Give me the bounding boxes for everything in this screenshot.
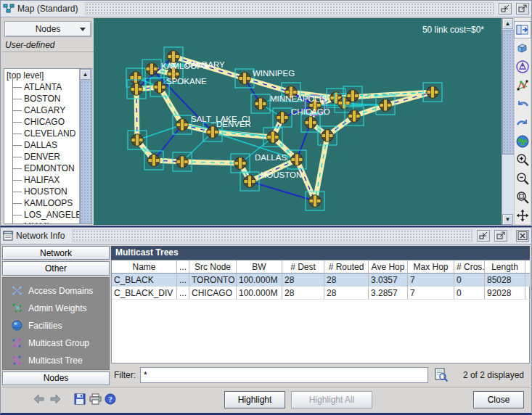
tree-item-chicago[interactable]: CHICAGO bbox=[5, 116, 79, 128]
tree-item-boston[interactable]: BOSTON bbox=[5, 93, 79, 104]
zoom-area-icon[interactable] bbox=[514, 189, 531, 206]
tree-item-houston[interactable]: HOUSTON bbox=[5, 186, 79, 197]
map-node[interactable] bbox=[273, 108, 292, 127]
titlebar-texture bbox=[72, 229, 472, 242]
multicast-trees-table: Name ... Src Node BW # Dest # Routed Ave… bbox=[111, 260, 530, 363]
item-multicast-group[interactable]: Multicast Group bbox=[3, 334, 109, 352]
network-info-icon bbox=[3, 231, 13, 241]
info-window-title: Network Info bbox=[16, 231, 69, 241]
titlebar-texture bbox=[85, 2, 494, 15]
col-bw[interactable]: BW bbox=[237, 260, 282, 274]
scrollbar-thumb[interactable] bbox=[80, 81, 92, 224]
design-icon[interactable] bbox=[514, 77, 531, 94]
col-max-hop[interactable]: Max Hop bbox=[408, 260, 454, 274]
zoom-in-icon[interactable] bbox=[514, 151, 531, 168]
col-routed[interactable]: # Routed bbox=[324, 260, 369, 274]
redo-icon[interactable] bbox=[514, 114, 531, 131]
city-label: DENVER bbox=[216, 120, 251, 128]
col-crossings[interactable]: # Cros... bbox=[454, 260, 485, 274]
tree-item-halifax[interactable]: HALIFAX bbox=[5, 174, 79, 186]
search-icon[interactable] bbox=[433, 366, 450, 384]
city-label: DALLAS bbox=[255, 153, 287, 162]
map-node[interactable] bbox=[251, 94, 270, 113]
item-label: Multicast Group bbox=[28, 338, 89, 348]
map-scrollbar[interactable]: ▲ ▼ bbox=[502, 18, 514, 225]
node-tree: [top level] ATLANTA BOSTON CALGARY CHICA… bbox=[4, 68, 92, 224]
maximize-icon[interactable] bbox=[494, 230, 507, 242]
tree-item-calgary[interactable]: CALGARY bbox=[5, 104, 79, 116]
tree-item-atlanta[interactable]: ATLANTA bbox=[5, 81, 79, 93]
item-admin-weights[interactable]: Admin Weights bbox=[3, 300, 109, 317]
filter-input[interactable] bbox=[140, 367, 428, 383]
tree-item-cleveland[interactable]: CLEVELAND bbox=[5, 128, 79, 139]
pan-icon[interactable] bbox=[514, 207, 531, 224]
undo-icon[interactable] bbox=[514, 96, 531, 113]
item-multicast-tree[interactable]: Multicast Tree bbox=[3, 352, 109, 369]
scroll-up-icon[interactable]: ▲ bbox=[502, 18, 513, 29]
col-dots[interactable]: ... bbox=[177, 260, 189, 274]
highlight-all-button[interactable]: Highlight All bbox=[291, 391, 372, 408]
bottom-toolbar: ? Highlight Highlight All Close bbox=[2, 387, 530, 411]
info-main: Multicast Trees Name ... Src Node BW # D… bbox=[111, 246, 530, 385]
col-name[interactable]: Name bbox=[112, 260, 177, 274]
tree-item-miami[interactable]: MIAMI bbox=[5, 221, 79, 224]
help-icon[interactable]: ? bbox=[104, 393, 117, 406]
admin-weights-icon bbox=[12, 303, 22, 313]
highlight-button[interactable]: Highlight bbox=[224, 391, 285, 408]
table-row[interactable]: C_BLACK bbox=[112, 274, 177, 287]
minimize-icon[interactable] bbox=[499, 3, 512, 15]
tree-item-denver[interactable]: DENVER bbox=[5, 151, 79, 163]
nodes-dropdown[interactable]: Nodes bbox=[4, 21, 91, 37]
scrollbar-thumb[interactable] bbox=[502, 30, 515, 155]
item-label: Multicast Tree bbox=[28, 356, 83, 366]
scroll-up-icon[interactable]: ▲ bbox=[80, 69, 91, 80]
close-button[interactable]: Close bbox=[473, 391, 524, 408]
zoom-out-icon[interactable] bbox=[514, 170, 531, 187]
access-domains-icon bbox=[12, 285, 22, 296]
expand-panel-icon[interactable] bbox=[514, 21, 531, 38]
print-icon[interactable] bbox=[89, 393, 102, 406]
tree-item-kamloops[interactable]: KAMLOOPS bbox=[5, 197, 79, 209]
tree-item-edmonton[interactable]: EDMONTON bbox=[5, 163, 79, 174]
city-label: CALGARY bbox=[185, 60, 225, 69]
tab-nodes[interactable]: Nodes bbox=[2, 371, 110, 385]
tab-network[interactable]: Network bbox=[2, 246, 110, 260]
multicast-tree-icon bbox=[12, 355, 22, 366]
link-cost-legend: 50 link cost=$0* bbox=[422, 25, 484, 35]
table-row[interactable]: C_BLACK_DIV bbox=[112, 287, 177, 300]
maximize-icon[interactable] bbox=[516, 3, 529, 15]
item-facilities[interactable]: Facilities bbox=[3, 317, 109, 334]
map-svg[interactable]: KAMLOOPSCALGARYSPOKANEWINNIPEGMINNEAPOLI… bbox=[94, 18, 502, 225]
map-node[interactable] bbox=[240, 172, 259, 191]
paths-icon[interactable] bbox=[514, 58, 531, 75]
col-dest[interactable]: # Dest bbox=[282, 260, 324, 274]
map-window: Map (Standard) Nodes User-defined [top l… bbox=[0, 0, 532, 227]
svg-text:?: ? bbox=[108, 395, 112, 403]
close-icon[interactable] bbox=[516, 230, 529, 242]
filter-row: Filter: 2 of 2 displayed bbox=[111, 365, 530, 385]
tree-root[interactable]: [top level] bbox=[5, 70, 79, 81]
map-toolbar bbox=[514, 18, 531, 224]
tab-other[interactable]: Other bbox=[2, 261, 110, 275]
col-src-node[interactable]: Src Node bbox=[189, 260, 237, 274]
globe-icon[interactable] bbox=[514, 133, 531, 150]
save-icon[interactable] bbox=[73, 393, 86, 406]
tree-item-dallas[interactable]: DALLAS bbox=[5, 139, 79, 151]
network-info-window: Network Info Network Other Access Domain… bbox=[0, 227, 532, 415]
item-label: Facilities bbox=[28, 321, 62, 331]
city-label: WINNIPEG bbox=[253, 69, 295, 78]
info-titlebar: Network Info bbox=[1, 228, 531, 245]
info-accordion: Network Other Access Domains Admin Weigh… bbox=[2, 246, 110, 385]
item-access-domains[interactable]: Access Domains bbox=[3, 282, 109, 300]
back-icon[interactable] bbox=[33, 393, 46, 406]
forward-icon[interactable] bbox=[49, 393, 62, 406]
links-icon[interactable] bbox=[514, 40, 531, 57]
tree-scrollbar[interactable]: ▲ bbox=[79, 69, 91, 223]
scroll-down-icon[interactable]: ▼ bbox=[502, 214, 513, 225]
col-length[interactable]: Length bbox=[485, 260, 525, 274]
tree-item-los-angeles[interactable]: LOS_ANGELES bbox=[5, 209, 79, 221]
minimize-icon[interactable] bbox=[477, 230, 490, 242]
map-canvas[interactable]: KAMLOOPSCALGARYSPOKANEWINNIPEGMINNEAPOLI… bbox=[94, 18, 502, 225]
map-window-icon bbox=[3, 4, 15, 14]
col-ave-hop[interactable]: Ave Hop bbox=[369, 260, 408, 274]
